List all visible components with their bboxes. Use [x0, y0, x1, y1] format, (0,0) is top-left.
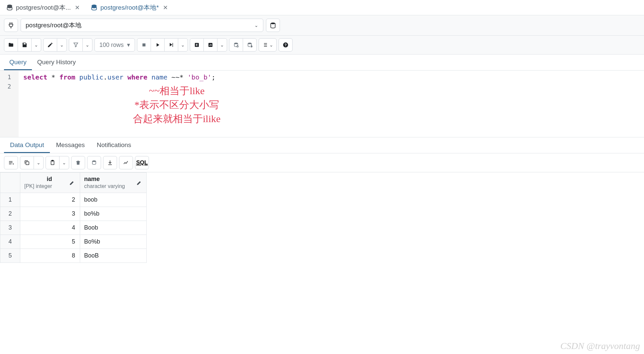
row-number[interactable]: 3 — [0, 221, 20, 235]
plug-icon — [7, 22, 15, 29]
download-button[interactable] — [103, 156, 117, 169]
cell-name[interactable]: BooB — [80, 249, 147, 263]
tab-inactive[interactable]: postgres/root@本... ✕ — [1, 1, 86, 15]
connection-value: postgres/root@本地 — [26, 21, 81, 30]
pencil-icon — [47, 42, 53, 48]
chevron-down-icon: ⌄ — [220, 42, 224, 48]
sql-view-button[interactable]: SQL — [135, 156, 149, 169]
explain-icon: E — [194, 42, 200, 48]
stop-button[interactable] — [137, 38, 151, 52]
tab-messages[interactable]: Messages — [50, 137, 91, 153]
table-row[interactable]: 12boob — [0, 193, 147, 207]
row-limit-value: 100 rows — [99, 42, 124, 49]
chevron-down-icon: ⌄ — [269, 42, 273, 48]
list-icon — [262, 42, 268, 48]
tab-label: postgres/root@本... — [16, 3, 71, 12]
sql-editor[interactable]: 1 2 select * from public.user where name… — [0, 71, 644, 137]
caret-down-icon: ▾ — [127, 41, 130, 49]
execute-button[interactable] — [151, 38, 165, 52]
graph-button[interactable] — [119, 156, 133, 169]
cell-id[interactable]: 8 — [20, 249, 80, 263]
svg-rect-12 — [26, 162, 29, 165]
save-button[interactable] — [18, 38, 32, 52]
svg-text:?: ? — [285, 43, 287, 47]
cell-id[interactable]: 4 — [20, 221, 80, 235]
delete-row-button[interactable] — [71, 156, 85, 169]
cell-id[interactable]: 5 — [20, 235, 80, 249]
cell-id[interactable]: 2 — [20, 193, 80, 207]
stop-icon — [141, 42, 147, 48]
close-icon[interactable]: ✕ — [162, 4, 169, 11]
tab-query-history[interactable]: Query History — [32, 55, 81, 70]
tab-notifications[interactable]: Notifications — [91, 137, 137, 153]
save-data-button[interactable] — [87, 156, 101, 169]
result-toolbar: ⌄ ⌄ SQL — [0, 153, 644, 172]
cell-id[interactable]: 3 — [20, 207, 80, 221]
row-number[interactable]: 5 — [0, 249, 20, 263]
filter-button[interactable] — [69, 38, 83, 52]
filter-dropdown[interactable]: ⌄ — [82, 38, 92, 52]
column-header-id[interactable]: id [PK] integer — [20, 173, 80, 193]
help-icon: ? — [283, 42, 289, 48]
table-row[interactable]: 58BooB — [0, 249, 147, 263]
tab-data-output[interactable]: Data Output — [4, 137, 50, 153]
svg-point-9 — [248, 43, 252, 44]
chart-icon — [207, 42, 213, 48]
pencil-icon[interactable] — [136, 180, 142, 186]
pencil-icon[interactable] — [69, 180, 75, 186]
table-row[interactable]: 34Boob — [0, 221, 147, 235]
save-dropdown[interactable]: ⌄ — [31, 38, 41, 52]
trash-icon — [75, 160, 81, 166]
commit-button[interactable] — [229, 38, 243, 52]
paste-dropdown[interactable]: ⌄ — [59, 156, 69, 169]
execute-dropdown[interactable]: ⌄ — [178, 38, 188, 52]
add-row-button[interactable] — [4, 156, 18, 169]
add-row-icon — [8, 160, 14, 166]
execute-script-button[interactable] — [164, 38, 178, 52]
cell-name[interactable]: Boob — [80, 221, 147, 235]
tab-active[interactable]: postgres/root@本地* ✕ — [86, 1, 174, 15]
table-row[interactable]: 45Bo%b — [0, 235, 147, 249]
cell-name[interactable]: boob — [80, 193, 147, 207]
connection-select[interactable]: postgres/root@本地 ⌄ — [21, 19, 263, 32]
column-header-name[interactable]: name character varying — [80, 173, 147, 193]
explain-dropdown[interactable]: ⌄ — [217, 38, 227, 52]
copy-dropdown[interactable]: ⌄ — [34, 156, 44, 169]
close-icon[interactable]: ✕ — [73, 4, 81, 11]
table-row[interactable]: 23bo%b — [0, 207, 147, 221]
row-number[interactable]: 1 — [0, 193, 20, 207]
watermark: CSDN @trayvontang — [560, 341, 640, 351]
row-number[interactable]: 4 — [0, 235, 20, 249]
result-tabs: Data Output Messages Notifications — [0, 137, 644, 153]
folder-icon — [8, 42, 14, 48]
graph-icon — [123, 160, 129, 166]
row-limit-select[interactable]: 100 rows ▾ — [94, 38, 135, 52]
explain-analyze-button[interactable] — [203, 38, 217, 52]
editor-subtabs: Query Query History — [0, 55, 644, 71]
edit-dropdown[interactable]: ⌄ — [57, 38, 67, 52]
cell-name[interactable]: Bo%b — [80, 235, 147, 249]
database-icon — [6, 4, 13, 11]
explain-button[interactable]: E — [190, 38, 204, 52]
tab-label: postgres/root@本地* — [100, 3, 159, 12]
cell-name[interactable]: bo%b — [80, 207, 147, 221]
paste-button[interactable] — [46, 156, 60, 169]
help-button[interactable]: ? — [279, 38, 293, 52]
macros-button[interactable]: ⌄ — [259, 38, 277, 52]
disconnect-button[interactable] — [4, 19, 18, 32]
copy-button[interactable] — [20, 156, 34, 169]
rollback-button[interactable] — [243, 38, 257, 52]
play-icon — [155, 42, 161, 48]
tab-query[interactable]: Query — [4, 55, 32, 70]
corner-header[interactable] — [0, 173, 20, 193]
edit-button[interactable] — [43, 38, 57, 52]
chevron-down-icon: ⌄ — [62, 160, 66, 165]
svg-text:E: E — [196, 43, 198, 47]
chevron-down-icon: ⌄ — [181, 42, 185, 48]
result-grid: id [PK] integer name character varying 1… — [0, 172, 147, 263]
query-toolbar: ⌄ ⌄ ⌄ 100 rows ▾ ⌄ E ⌄ ⌄ ? — [0, 36, 644, 55]
new-connection-button[interactable] — [266, 19, 280, 32]
open-file-button[interactable] — [4, 38, 18, 52]
filter-icon — [73, 42, 79, 48]
row-number[interactable]: 2 — [0, 207, 20, 221]
